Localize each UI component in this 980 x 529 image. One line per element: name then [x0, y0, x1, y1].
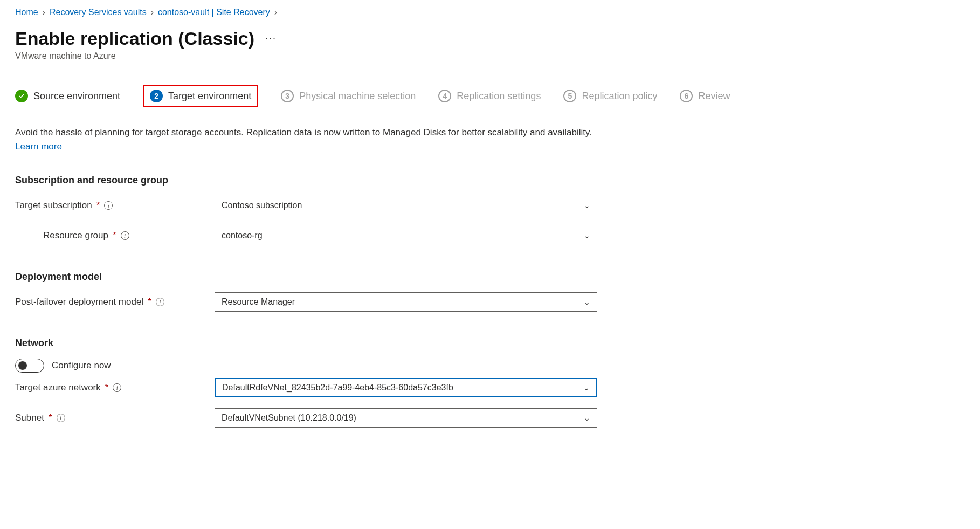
step-label: Source environment: [33, 91, 120, 102]
wizard-steps: Source environment 2 Target environment …: [15, 85, 965, 107]
chevron-right-icon: ›: [274, 8, 277, 17]
required-asterisk: *: [105, 382, 109, 393]
chevron-right-icon: ›: [43, 8, 45, 17]
step-replication-settings[interactable]: 4 Replication settings: [438, 90, 541, 102]
info-icon[interactable]: i: [121, 231, 129, 240]
info-icon[interactable]: i: [156, 298, 164, 306]
chevron-down-icon: ⌄: [584, 298, 590, 306]
step-label: Physical machine selection: [299, 91, 416, 102]
intro-text: Avoid the hassle of planning for target …: [15, 126, 592, 153]
required-asterisk: *: [148, 297, 151, 307]
required-asterisk: *: [49, 413, 52, 423]
select-resource-group[interactable]: contoso-rg ⌄: [215, 226, 597, 245]
select-target-azure-network[interactable]: DefaultRdfeVNet_82435b2d-7a99-4eb4-85c3-…: [215, 378, 597, 397]
more-actions-icon[interactable]: ···: [265, 33, 277, 44]
select-value: DefaultVNetSubnet (10.218.0.0/19): [222, 413, 356, 423]
select-value: DefaultRdfeVNet_82435b2d-7a99-4eb4-85c3-…: [222, 383, 453, 393]
label-post-failover-deployment-model: Post-failover deployment model: [15, 297, 143, 307]
info-icon[interactable]: i: [113, 383, 121, 392]
section-title-deployment: Deployment model: [15, 271, 965, 283]
page-subtitle: VMware machine to Azure: [15, 51, 965, 61]
step-number-icon: 2: [150, 90, 163, 102]
label-resource-group: Resource group: [43, 230, 108, 241]
toggle-knob: [18, 361, 27, 370]
page-title: Enable replication (Classic): [15, 28, 254, 49]
label-configure-now: Configure now: [52, 360, 111, 371]
breadcrumb-home[interactable]: Home: [15, 8, 38, 17]
breadcrumb-rsv[interactable]: Recovery Services vaults: [50, 8, 147, 17]
select-deployment-model[interactable]: Resource Manager ⌄: [215, 292, 597, 312]
label-target-azure-network: Target azure network: [15, 382, 101, 393]
step-number-icon: 5: [563, 90, 576, 102]
step-target-environment[interactable]: 2 Target environment: [143, 85, 258, 107]
info-icon[interactable]: i: [104, 201, 113, 210]
step-number-icon: 3: [281, 90, 294, 102]
label-subnet: Subnet: [15, 413, 44, 423]
section-title-network: Network: [15, 338, 965, 349]
chevron-down-icon: ⌄: [583, 383, 590, 392]
required-asterisk: *: [113, 230, 116, 241]
select-value: contoso-rg: [222, 231, 263, 241]
breadcrumb-vault[interactable]: contoso-vault | Site Recovery: [158, 8, 270, 17]
breadcrumb: Home › Recovery Services vaults › contos…: [15, 8, 965, 17]
section-title-subscription: Subscription and resource group: [15, 175, 965, 186]
step-label: Replication settings: [457, 91, 541, 102]
step-number-icon: 4: [438, 90, 451, 102]
required-asterisk: *: [96, 200, 100, 211]
step-number-icon: 6: [680, 90, 693, 102]
chevron-down-icon: ⌄: [584, 231, 590, 240]
select-value: Contoso subscription: [222, 201, 302, 210]
chevron-down-icon: ⌄: [584, 414, 590, 422]
select-subnet[interactable]: DefaultVNetSubnet (10.218.0.0/19) ⌄: [215, 408, 597, 428]
checkmark-icon: [15, 90, 28, 102]
step-label: Target environment: [168, 91, 251, 102]
step-label: Review: [698, 91, 730, 102]
chevron-right-icon: ›: [151, 8, 154, 17]
step-replication-policy[interactable]: 5 Replication policy: [563, 90, 657, 102]
toggle-configure-now[interactable]: [15, 359, 44, 373]
select-target-subscription[interactable]: Contoso subscription ⌄: [215, 196, 597, 215]
label-target-subscription: Target subscription: [15, 200, 92, 211]
select-value: Resource Manager: [222, 297, 295, 307]
step-label: Replication policy: [582, 91, 657, 102]
step-physical-machine-selection[interactable]: 3 Physical machine selection: [281, 90, 416, 102]
step-source-environment[interactable]: Source environment: [15, 90, 120, 102]
info-icon[interactable]: i: [57, 414, 65, 422]
learn-more-link[interactable]: Learn more: [15, 141, 62, 152]
step-review[interactable]: 6 Review: [680, 90, 730, 102]
chevron-down-icon: ⌄: [584, 201, 590, 210]
